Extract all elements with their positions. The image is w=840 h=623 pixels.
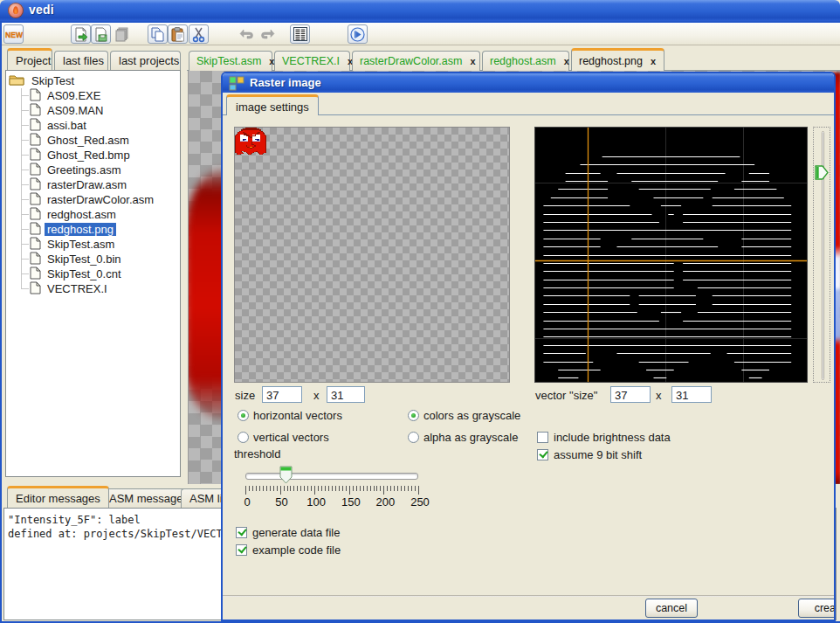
cancel-button[interactable]: cancel bbox=[645, 599, 698, 618]
editor-tab-redghost.asm[interactable]: redghost.asmx bbox=[482, 51, 569, 71]
create-button[interactable]: create bbox=[798, 599, 836, 618]
ruler-tick bbox=[311, 486, 312, 491]
tree-connector bbox=[21, 110, 29, 111]
ruler-tick bbox=[387, 486, 388, 491]
ghost-sprite-image bbox=[235, 128, 267, 155]
tab-last-projects[interactable]: last projects bbox=[110, 51, 181, 70]
preview-zoom-slider[interactable] bbox=[813, 127, 830, 383]
ruler-tick bbox=[363, 486, 364, 491]
vector-size-height-field[interactable]: 31 bbox=[671, 386, 712, 403]
tree-root-folder[interactable]: SkipTest bbox=[9, 73, 77, 88]
file-icon bbox=[30, 103, 45, 119]
cut-icon bbox=[192, 27, 206, 42]
tab-image-settings[interactable]: image settings bbox=[226, 94, 319, 115]
close-tab-icon[interactable]: x bbox=[564, 56, 569, 66]
copy-button[interactable] bbox=[148, 24, 168, 44]
tree-connector bbox=[21, 155, 29, 156]
editor-tab-rasterdrawcolor.asm[interactable]: rasterDrawColor.asmx bbox=[352, 51, 480, 71]
save-file-button[interactable] bbox=[91, 24, 111, 44]
tree-connector bbox=[21, 229, 29, 230]
tree-item-ghost_red.bmp[interactable]: Ghost_Red.bmp bbox=[30, 148, 133, 163]
project-tree[interactable]: SkipTestAS09.EXEAS09.MANassi.batGhost_Re… bbox=[5, 70, 181, 477]
threshold-slider-groove[interactable] bbox=[245, 473, 418, 480]
ruler-label: 100 bbox=[306, 495, 326, 509]
tree-item-rasterdraw.asm[interactable]: rasterDraw.asm bbox=[30, 177, 129, 192]
threshold-slider-handle[interactable] bbox=[279, 466, 293, 484]
folder-icon bbox=[9, 73, 29, 88]
close-tab-icon[interactable]: x bbox=[651, 56, 656, 66]
window-titlebar[interactable]: vedi bbox=[0, 0, 840, 21]
tree-item-skiptest.asm[interactable]: SkipTest.asm bbox=[30, 237, 117, 252]
tree-item-vectrex.i[interactable]: VECTREX.I bbox=[30, 281, 110, 296]
run-button[interactable] bbox=[348, 24, 368, 44]
tree-connector bbox=[21, 199, 29, 200]
size-width-field[interactable]: 37 bbox=[262, 386, 302, 403]
ruler-tick bbox=[245, 486, 246, 495]
radio-colors-as-grayscale[interactable] bbox=[408, 410, 419, 421]
tree-item-as09.man[interactable]: AS09.MAN bbox=[30, 103, 106, 118]
dialog-titlebar[interactable]: Raster image bbox=[223, 73, 834, 93]
size-height-field[interactable]: 31 bbox=[327, 386, 365, 403]
tree-item-ghost_red.asm[interactable]: Ghost_Red.asm bbox=[30, 133, 132, 148]
tree-item-greetings.asm[interactable]: Greetings.asm bbox=[30, 163, 124, 177]
tree-item-redghost.asm[interactable]: redghost.asm bbox=[30, 207, 119, 222]
close-tab-icon[interactable]: x bbox=[470, 56, 475, 66]
save-all-button bbox=[112, 24, 132, 44]
tree-item-label: SkipTest.asm bbox=[45, 238, 117, 251]
vector-size-width-field[interactable]: 37 bbox=[610, 386, 651, 403]
size-x-label: x bbox=[313, 389, 320, 402]
open-file-button[interactable] bbox=[71, 24, 91, 44]
file-icon bbox=[30, 222, 45, 238]
editor-tab-vectrex.i[interactable]: VECTREX.Ix bbox=[274, 51, 350, 71]
editor-tab-redghost.png[interactable]: redghost.pngx bbox=[571, 48, 664, 71]
checkbox-include-brightness-data[interactable] bbox=[537, 432, 548, 443]
new-project-button[interactable]: NEW bbox=[3, 24, 24, 44]
file-icon bbox=[30, 118, 45, 134]
cut-button[interactable] bbox=[189, 24, 209, 44]
ruler-tick bbox=[318, 486, 319, 491]
radio-alpha-as-grayscale[interactable] bbox=[408, 432, 419, 443]
ruler-label: 200 bbox=[376, 495, 396, 509]
redo-button bbox=[257, 24, 277, 44]
file-icon bbox=[30, 207, 45, 223]
vector-size-label: vector "size" bbox=[535, 389, 597, 402]
editor-tab-skiptest.asm[interactable]: SkipTest.asmx bbox=[189, 51, 272, 71]
threshold-ruler bbox=[244, 486, 422, 496]
ruler-tick bbox=[328, 486, 329, 491]
checkbox-example-code-file[interactable] bbox=[236, 544, 247, 556]
ruler-tick bbox=[418, 486, 419, 495]
tree-item-label: Greetings.asm bbox=[45, 163, 124, 177]
ruler-tick bbox=[293, 486, 294, 491]
tree-connector bbox=[21, 244, 29, 245]
paste-button[interactable] bbox=[168, 24, 188, 44]
tab-project[interactable]: Project bbox=[7, 48, 52, 70]
tree-item-assi.bat[interactable]: assi.bat bbox=[30, 118, 89, 133]
tree-item-redghost.png[interactable]: redghost.png bbox=[30, 222, 116, 237]
ruler-tick bbox=[325, 486, 326, 491]
preview-zoom-slider-handle[interactable] bbox=[815, 165, 829, 180]
tab-last-files[interactable]: last files bbox=[54, 51, 108, 70]
source-image-panel[interactable] bbox=[234, 127, 510, 383]
ruler-tick bbox=[376, 486, 377, 491]
checkbox-assume-9-bit-shift[interactable] bbox=[537, 449, 548, 460]
checkbox-generate-data-file[interactable] bbox=[236, 527, 247, 538]
tree-item-rasterdrawcolor.asm[interactable]: rasterDrawColor.asm bbox=[30, 192, 156, 207]
tree-connector bbox=[21, 214, 29, 215]
tree-item-skiptest_0.cnt[interactable]: SkipTest_0.cnt bbox=[30, 267, 124, 281]
tree-connector bbox=[21, 125, 29, 126]
tree-item-skiptest_0.bin[interactable]: SkipTest_0.bin bbox=[30, 252, 124, 267]
paste-icon bbox=[171, 27, 185, 42]
ruler-tick bbox=[356, 486, 357, 491]
dialog-separator bbox=[223, 595, 834, 597]
ruler-tick bbox=[408, 486, 409, 491]
assembler-listing-button[interactable] bbox=[290, 24, 310, 44]
tree-item-as09.exe[interactable]: AS09.EXE bbox=[30, 88, 103, 103]
radio-horizontal-vectors[interactable] bbox=[238, 410, 249, 421]
ruler-tick bbox=[270, 486, 271, 491]
radio-vertical-vectors[interactable] bbox=[238, 432, 249, 443]
vector-preview-panel[interactable] bbox=[534, 127, 808, 383]
ruler-tick bbox=[367, 486, 368, 491]
tab-editor-messages[interactable]: Editor messages bbox=[7, 486, 109, 508]
ruler-tick bbox=[411, 486, 412, 491]
ruler-tick bbox=[332, 486, 333, 491]
